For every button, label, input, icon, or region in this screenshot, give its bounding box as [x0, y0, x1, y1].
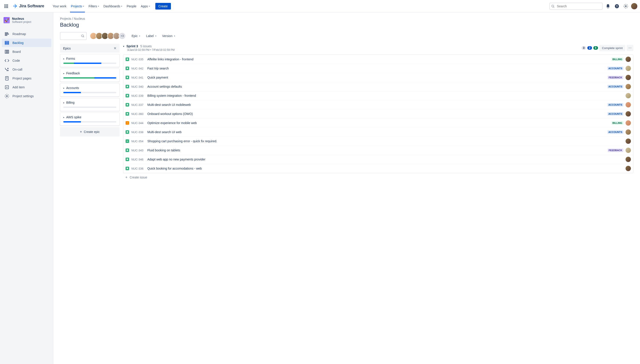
sidebar-item-project-settings[interactable]: Project settings — [2, 92, 51, 100]
sidebar-icon — [5, 85, 9, 90]
create-epic-button[interactable]: + Create epic — [60, 127, 120, 136]
status-pill-todo: 3 — [581, 46, 586, 50]
sprint-toggle[interactable]: ▾ Sprint 3 5 issues — [123, 44, 175, 48]
issue-type-icon — [126, 121, 129, 125]
settings-icon[interactable] — [622, 3, 629, 10]
svg-point-22 — [6, 96, 8, 97]
assignee-avatar[interactable] — [625, 75, 631, 80]
nav-item-people[interactable]: People — [124, 0, 139, 12]
sprint-more-icon[interactable]: ⋯ — [627, 45, 633, 51]
nav-item-apps[interactable]: Apps▾ — [139, 0, 152, 12]
assignee-avatar[interactable] — [625, 157, 631, 162]
global-search[interactable] — [549, 3, 603, 10]
page-title: Backlog — [60, 22, 633, 28]
sidebar-item-project-pages[interactable]: Project pages — [2, 74, 51, 82]
issue-type-icon — [126, 112, 129, 116]
backlog-toolbar: +3 Epic▾Label▾Version▾ — [60, 32, 633, 40]
sidebar-item-on-call[interactable]: On-call — [2, 65, 51, 74]
issue-row[interactable]: NUC-344 Optimize experience for mobile w… — [123, 118, 633, 128]
profile-avatar[interactable] — [631, 3, 637, 9]
assignee-avatar[interactable] — [625, 166, 631, 171]
jira-logo[interactable]: Jira Software — [11, 4, 46, 9]
close-icon[interactable]: ✕ — [114, 46, 116, 50]
issue-row[interactable]: NUC-335 Affelite links integration - fro… — [123, 55, 633, 64]
app-switcher-icon[interactable] — [3, 3, 10, 10]
sprint-dates: 3/Jan/19 02:59 PM • 7/Feb/19 02:59 PM — [123, 48, 175, 52]
search-input[interactable] — [549, 3, 603, 10]
assignee-avatar[interactable] — [625, 66, 631, 71]
issue-row[interactable]: NUC-343 Fluid booking on tablets FEEDBAC… — [123, 146, 633, 155]
nav-item-your-work[interactable]: Your work — [51, 0, 69, 12]
epic-card[interactable]: ▸Feedback — [60, 68, 120, 82]
nav-item-filters[interactable]: Filters▾ — [86, 0, 101, 12]
sidebar-item-board[interactable]: Board — [2, 48, 51, 56]
issue-row[interactable]: NUC-342 Fast trip search ACCOUNTS — [123, 64, 633, 73]
nav-item-dashboards[interactable]: Dashboards▾ — [101, 0, 125, 12]
assignee-avatar[interactable] — [625, 120, 631, 126]
epic-card[interactable]: ▸Accounts — [60, 83, 120, 96]
issue-title: Fast trip search — [147, 66, 605, 70]
assignee-avatar[interactable] — [625, 93, 631, 98]
create-issue-button[interactable]: + Create issue — [123, 173, 633, 180]
search-icon — [81, 34, 84, 38]
assignee-avatar[interactable] — [625, 84, 631, 89]
help-icon[interactable]: ? — [613, 3, 620, 10]
avatar-overflow[interactable]: +3 — [119, 32, 126, 40]
nav-label: People — [127, 4, 136, 8]
issue-key: NUC-354 — [131, 140, 145, 143]
epic-card[interactable]: ▸Billing — [60, 98, 120, 111]
status-pill-done: 0 — [593, 46, 598, 50]
issue-row[interactable]: NUC-339 Billing system integration - fro… — [123, 91, 633, 100]
epic-card[interactable]: ▸Forms — [60, 54, 120, 67]
sidebar-item-add-item[interactable]: Add item — [2, 83, 51, 92]
sidebar-icon — [5, 94, 9, 98]
sidebar-item-code[interactable]: Code — [2, 56, 51, 65]
project-header[interactable]: Nucleus Software project — [2, 17, 51, 27]
issue-title: Account settings defaults — [147, 85, 605, 88]
nav-item-projects[interactable]: Projects▾ — [69, 0, 86, 12]
assignee-avatar[interactable] — [625, 148, 631, 153]
breadcrumb-root[interactable]: Projects — [60, 17, 71, 20]
assignee-avatar[interactable] — [625, 138, 631, 144]
issue-row[interactable]: NUC-360 Onboard workout options (OWO) AC… — [123, 110, 633, 118]
complete-sprint-button[interactable]: Complete sprint — [599, 45, 625, 51]
svg-rect-11 — [5, 50, 6, 54]
issue-title: Shopping cart purchasing error - quick f… — [147, 140, 623, 143]
assignee-filter[interactable]: +3 — [90, 32, 126, 40]
sidebar-icon — [5, 67, 9, 72]
filter-version[interactable]: Version▾ — [161, 33, 176, 39]
epics-panel: Epics ✕ ▸Forms ▸Feedback ▸Accounts ▸Bill… — [60, 44, 120, 136]
issue-row[interactable]: NUC-346 Adapt web app no new payments pr… — [123, 155, 633, 164]
sprint-issue-count: 5 issues — [140, 44, 152, 48]
epic-tag: ACCOUNTS — [607, 112, 623, 116]
backlog-search[interactable] — [60, 32, 87, 40]
issue-row[interactable]: NUC-354 Shopping cart purchasing error -… — [123, 137, 633, 146]
assignee-avatar[interactable] — [625, 56, 631, 62]
issue-type-icon — [126, 130, 129, 134]
issue-row[interactable]: NUC-340 Account settings defaults ACCOUN… — [123, 82, 633, 91]
epic-tag: ACCOUNTS — [607, 66, 623, 70]
filter-label[interactable]: Label▾ — [145, 33, 157, 39]
issue-row[interactable]: NUC-336 Quick booking for accomodations … — [123, 164, 633, 173]
assignee-avatar[interactable] — [625, 130, 631, 135]
epic-progress — [63, 62, 116, 64]
epic-card[interactable]: ▸AWS spike — [60, 112, 120, 126]
chevron-down-icon: ▾ — [121, 5, 122, 7]
notifications-icon[interactable] — [604, 3, 611, 10]
issue-row[interactable]: NUC-338 Multi-dest search UI web ACCOUNT… — [123, 128, 633, 137]
sidebar-item-backlog[interactable]: Backlog — [2, 38, 51, 47]
sidebar-item-label: Code — [13, 59, 20, 62]
assignee-avatar[interactable] — [625, 111, 631, 116]
issue-key: NUC-344 — [131, 122, 145, 125]
project-icon — [4, 17, 10, 23]
sidebar-item-roadmap[interactable]: Roadmap — [2, 30, 51, 38]
nav-label: Filters — [88, 4, 97, 8]
create-button[interactable]: Create — [155, 3, 171, 10]
chevron-down-icon: ▾ — [155, 35, 156, 37]
filter-epic[interactable]: Epic▾ — [131, 33, 141, 39]
issue-key: NUC-338 — [131, 130, 145, 134]
issue-row[interactable]: NUC-337 Multi-dest search UI mobileweb A… — [123, 100, 633, 110]
assignee-avatar[interactable] — [625, 102, 631, 108]
issue-row[interactable]: NUC-341 Quick payment FEEDBACK — [123, 73, 633, 82]
svg-point-4 — [625, 6, 626, 7]
